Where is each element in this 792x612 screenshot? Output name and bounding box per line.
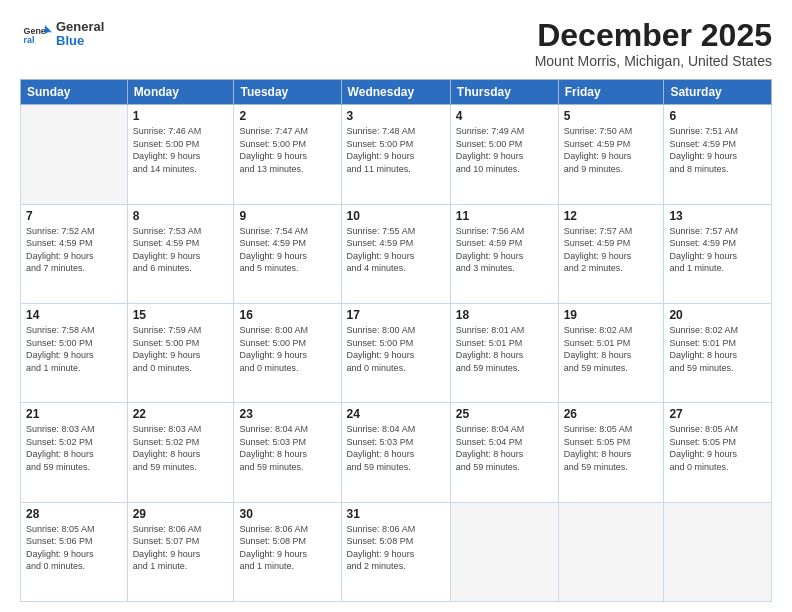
- day-cell: 7Sunrise: 7:52 AMSunset: 4:59 PMDaylight…: [21, 204, 128, 303]
- day-number: 21: [26, 407, 122, 421]
- day-number: 31: [347, 507, 445, 521]
- day-info: Sunrise: 8:02 AMSunset: 5:01 PMDaylight:…: [669, 324, 766, 374]
- week-row-3: 14Sunrise: 7:58 AMSunset: 5:00 PMDayligh…: [21, 303, 772, 402]
- day-number: 23: [239, 407, 335, 421]
- day-number: 14: [26, 308, 122, 322]
- day-cell: 28Sunrise: 8:05 AMSunset: 5:06 PMDayligh…: [21, 502, 128, 601]
- day-cell: 1Sunrise: 7:46 AMSunset: 5:00 PMDaylight…: [127, 105, 234, 204]
- day-cell: 6Sunrise: 7:51 AMSunset: 4:59 PMDaylight…: [664, 105, 772, 204]
- day-cell: 2Sunrise: 7:47 AMSunset: 5:00 PMDaylight…: [234, 105, 341, 204]
- day-info: Sunrise: 7:46 AMSunset: 5:00 PMDaylight:…: [133, 125, 229, 175]
- calendar-table: SundayMondayTuesdayWednesdayThursdayFrid…: [20, 79, 772, 602]
- day-cell: 8Sunrise: 7:53 AMSunset: 4:59 PMDaylight…: [127, 204, 234, 303]
- day-cell: 31Sunrise: 8:06 AMSunset: 5:08 PMDayligh…: [341, 502, 450, 601]
- day-info: Sunrise: 8:04 AMSunset: 5:03 PMDaylight:…: [239, 423, 335, 473]
- day-number: 10: [347, 209, 445, 223]
- day-number: 20: [669, 308, 766, 322]
- day-number: 4: [456, 109, 553, 123]
- week-row-5: 28Sunrise: 8:05 AMSunset: 5:06 PMDayligh…: [21, 502, 772, 601]
- day-number: 6: [669, 109, 766, 123]
- day-info: Sunrise: 8:03 AMSunset: 5:02 PMDaylight:…: [26, 423, 122, 473]
- day-number: 27: [669, 407, 766, 421]
- day-cell: 30Sunrise: 8:06 AMSunset: 5:08 PMDayligh…: [234, 502, 341, 601]
- day-cell: 15Sunrise: 7:59 AMSunset: 5:00 PMDayligh…: [127, 303, 234, 402]
- day-info: Sunrise: 8:00 AMSunset: 5:00 PMDaylight:…: [239, 324, 335, 374]
- day-cell: 14Sunrise: 7:58 AMSunset: 5:00 PMDayligh…: [21, 303, 128, 402]
- day-info: Sunrise: 7:56 AMSunset: 4:59 PMDaylight:…: [456, 225, 553, 275]
- logo-icon: Gene ral: [20, 18, 52, 50]
- day-info: Sunrise: 8:04 AMSunset: 5:03 PMDaylight:…: [347, 423, 445, 473]
- day-cell: [21, 105, 128, 204]
- day-info: Sunrise: 8:01 AMSunset: 5:01 PMDaylight:…: [456, 324, 553, 374]
- day-number: 19: [564, 308, 659, 322]
- day-info: Sunrise: 7:57 AMSunset: 4:59 PMDaylight:…: [669, 225, 766, 275]
- day-info: Sunrise: 8:05 AMSunset: 5:05 PMDaylight:…: [564, 423, 659, 473]
- title-block: December 2025 Mount Morris, Michigan, Un…: [535, 18, 772, 69]
- month-title: December 2025: [535, 18, 772, 53]
- day-info: Sunrise: 7:50 AMSunset: 4:59 PMDaylight:…: [564, 125, 659, 175]
- day-number: 29: [133, 507, 229, 521]
- day-info: Sunrise: 7:48 AMSunset: 5:00 PMDaylight:…: [347, 125, 445, 175]
- day-info: Sunrise: 8:06 AMSunset: 5:08 PMDaylight:…: [239, 523, 335, 573]
- day-info: Sunrise: 8:05 AMSunset: 5:06 PMDaylight:…: [26, 523, 122, 573]
- day-cell: 24Sunrise: 8:04 AMSunset: 5:03 PMDayligh…: [341, 403, 450, 502]
- day-cell: 16Sunrise: 8:00 AMSunset: 5:00 PMDayligh…: [234, 303, 341, 402]
- logo-blue-text: Blue: [56, 34, 104, 48]
- weekday-header-wednesday: Wednesday: [341, 80, 450, 105]
- day-cell: 19Sunrise: 8:02 AMSunset: 5:01 PMDayligh…: [558, 303, 664, 402]
- day-cell: 22Sunrise: 8:03 AMSunset: 5:02 PMDayligh…: [127, 403, 234, 502]
- day-number: 3: [347, 109, 445, 123]
- day-number: 30: [239, 507, 335, 521]
- day-cell: [664, 502, 772, 601]
- day-cell: [558, 502, 664, 601]
- svg-text:ral: ral: [24, 35, 35, 45]
- day-info: Sunrise: 7:57 AMSunset: 4:59 PMDaylight:…: [564, 225, 659, 275]
- weekday-header-thursday: Thursday: [450, 80, 558, 105]
- day-number: 12: [564, 209, 659, 223]
- day-cell: 13Sunrise: 7:57 AMSunset: 4:59 PMDayligh…: [664, 204, 772, 303]
- day-info: Sunrise: 7:52 AMSunset: 4:59 PMDaylight:…: [26, 225, 122, 275]
- day-info: Sunrise: 8:02 AMSunset: 5:01 PMDaylight:…: [564, 324, 659, 374]
- day-info: Sunrise: 7:51 AMSunset: 4:59 PMDaylight:…: [669, 125, 766, 175]
- day-info: Sunrise: 7:53 AMSunset: 4:59 PMDaylight:…: [133, 225, 229, 275]
- day-cell: 25Sunrise: 8:04 AMSunset: 5:04 PMDayligh…: [450, 403, 558, 502]
- day-cell: 29Sunrise: 8:06 AMSunset: 5:07 PMDayligh…: [127, 502, 234, 601]
- day-cell: 18Sunrise: 8:01 AMSunset: 5:01 PMDayligh…: [450, 303, 558, 402]
- day-cell: 20Sunrise: 8:02 AMSunset: 5:01 PMDayligh…: [664, 303, 772, 402]
- day-info: Sunrise: 7:54 AMSunset: 4:59 PMDaylight:…: [239, 225, 335, 275]
- day-cell: 11Sunrise: 7:56 AMSunset: 4:59 PMDayligh…: [450, 204, 558, 303]
- day-cell: 9Sunrise: 7:54 AMSunset: 4:59 PMDaylight…: [234, 204, 341, 303]
- day-number: 2: [239, 109, 335, 123]
- day-number: 13: [669, 209, 766, 223]
- day-number: 24: [347, 407, 445, 421]
- day-info: Sunrise: 7:59 AMSunset: 5:00 PMDaylight:…: [133, 324, 229, 374]
- location: Mount Morris, Michigan, United States: [535, 53, 772, 69]
- day-info: Sunrise: 8:03 AMSunset: 5:02 PMDaylight:…: [133, 423, 229, 473]
- day-number: 16: [239, 308, 335, 322]
- day-cell: 27Sunrise: 8:05 AMSunset: 5:05 PMDayligh…: [664, 403, 772, 502]
- day-info: Sunrise: 7:55 AMSunset: 4:59 PMDaylight:…: [347, 225, 445, 275]
- weekday-header-sunday: Sunday: [21, 80, 128, 105]
- page: Gene ral General Blue December 2025 Moun…: [0, 0, 792, 612]
- day-cell: [450, 502, 558, 601]
- day-cell: 10Sunrise: 7:55 AMSunset: 4:59 PMDayligh…: [341, 204, 450, 303]
- logo-general-text: General: [56, 20, 104, 34]
- day-info: Sunrise: 8:06 AMSunset: 5:07 PMDaylight:…: [133, 523, 229, 573]
- day-info: Sunrise: 8:04 AMSunset: 5:04 PMDaylight:…: [456, 423, 553, 473]
- day-number: 11: [456, 209, 553, 223]
- logo: Gene ral General Blue: [20, 18, 104, 50]
- day-info: Sunrise: 8:05 AMSunset: 5:05 PMDaylight:…: [669, 423, 766, 473]
- day-info: Sunrise: 8:06 AMSunset: 5:08 PMDaylight:…: [347, 523, 445, 573]
- day-number: 15: [133, 308, 229, 322]
- day-cell: 4Sunrise: 7:49 AMSunset: 5:00 PMDaylight…: [450, 105, 558, 204]
- weekday-header-row: SundayMondayTuesdayWednesdayThursdayFrid…: [21, 80, 772, 105]
- week-row-4: 21Sunrise: 8:03 AMSunset: 5:02 PMDayligh…: [21, 403, 772, 502]
- header: Gene ral General Blue December 2025 Moun…: [20, 18, 772, 69]
- day-info: Sunrise: 7:47 AMSunset: 5:00 PMDaylight:…: [239, 125, 335, 175]
- day-cell: 21Sunrise: 8:03 AMSunset: 5:02 PMDayligh…: [21, 403, 128, 502]
- day-number: 8: [133, 209, 229, 223]
- day-number: 7: [26, 209, 122, 223]
- day-cell: 3Sunrise: 7:48 AMSunset: 5:00 PMDaylight…: [341, 105, 450, 204]
- day-cell: 23Sunrise: 8:04 AMSunset: 5:03 PMDayligh…: [234, 403, 341, 502]
- day-number: 9: [239, 209, 335, 223]
